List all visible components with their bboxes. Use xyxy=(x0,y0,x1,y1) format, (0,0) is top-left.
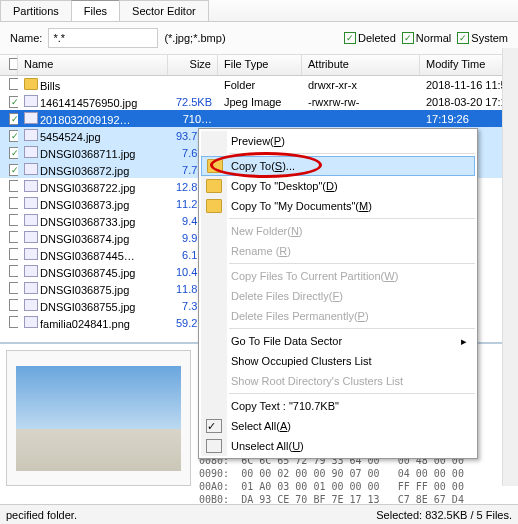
image-icon xyxy=(24,95,38,107)
menu-copy-to[interactable]: Copy To(S)... xyxy=(201,156,475,176)
k: F xyxy=(332,290,339,302)
menu-go-sector[interactable]: Go To File Data Sector▸ xyxy=(201,331,475,351)
t: Copy To( xyxy=(231,160,275,172)
file-name: DNSGI03687445… xyxy=(40,250,135,262)
filter-hint: (*.jpg;*.bmp) xyxy=(164,32,225,44)
table-row[interactable]: ✓2018032009192…710…17:19:26 xyxy=(0,110,518,127)
file-size: 710… xyxy=(168,113,218,125)
t: Show Root Directory's Clusters List xyxy=(231,375,403,387)
normal-checkbox[interactable]: ✓Normal xyxy=(402,32,451,44)
file-attr: drwxr-xr-x xyxy=(302,79,420,91)
menu-unselect-all[interactable]: Unselect All(U) xyxy=(201,436,475,456)
e: ) xyxy=(334,180,338,192)
header-size[interactable]: Size xyxy=(168,55,218,75)
folder-icon xyxy=(206,179,222,193)
file-name: DNSGI0368745.jpg xyxy=(40,267,135,279)
column-headers: Name Size File Type Attribute Modify Tim… xyxy=(0,55,518,76)
menu-preview[interactable]: Preview(P) xyxy=(201,131,475,151)
row-checkbox[interactable] xyxy=(9,299,18,311)
menu-copy-text[interactable]: Copy Text : "710.7KB" xyxy=(201,396,475,416)
k: D xyxy=(326,180,334,192)
file-name: DNSGI036873.jpg xyxy=(40,199,129,211)
row-checkbox[interactable] xyxy=(9,316,18,328)
file-name: 5454524.jpg xyxy=(40,131,101,143)
tab-partitions[interactable]: Partitions xyxy=(0,0,72,21)
menu-delete-permanent: Delete Files Permanently(P) xyxy=(201,306,475,326)
system-checkbox[interactable]: ✓System xyxy=(457,32,508,44)
k: S xyxy=(275,160,282,172)
image-icon xyxy=(24,231,38,243)
checkbox-icon: ✓ xyxy=(206,419,222,433)
table-row[interactable]: BillsFolderdrwxr-xr-x2018-11-16 11:57:58 xyxy=(0,76,518,93)
k: A xyxy=(280,420,287,432)
k: M xyxy=(359,200,368,212)
e: ) xyxy=(287,245,291,257)
tab-files[interactable]: Files xyxy=(71,0,120,21)
row-checkbox[interactable] xyxy=(9,282,18,294)
row-checkbox[interactable] xyxy=(9,180,18,192)
checkbox-icon xyxy=(206,439,222,453)
file-name: DNSGI0368711.jpg xyxy=(40,148,135,160)
row-checkbox[interactable]: ✓ xyxy=(9,113,18,125)
folder-icon xyxy=(207,159,223,173)
preview-pane xyxy=(6,350,191,486)
image-icon xyxy=(24,248,38,260)
t: Show Occupied Clusters List xyxy=(231,355,372,367)
file-attr: -rwxrw-rw- xyxy=(302,96,420,108)
t: Select All( xyxy=(231,420,280,432)
header-type[interactable]: File Type xyxy=(218,55,302,75)
chevron-right-icon: ▸ xyxy=(461,335,467,348)
k: W xyxy=(384,270,394,282)
k: U xyxy=(292,440,300,452)
file-name: DNSGI036874.jpg xyxy=(40,233,129,245)
status-right: Selected: 832.5KB / 5 Files. xyxy=(376,509,512,521)
e: ) xyxy=(365,310,369,322)
scrollbar[interactable] xyxy=(502,48,518,486)
image-icon xyxy=(24,282,38,294)
k: P xyxy=(274,135,281,147)
header-checkbox[interactable] xyxy=(9,58,18,70)
table-row[interactable]: ✓1461414576950.jpg72.5KBJpeg Image-rwxrw… xyxy=(0,93,518,110)
file-type: Folder xyxy=(218,79,302,91)
row-checkbox[interactable]: ✓ xyxy=(9,147,18,159)
menu-copy-documents[interactable]: Copy To "My Documents"(M) xyxy=(201,196,475,216)
image-icon xyxy=(24,146,38,158)
row-checkbox[interactable] xyxy=(9,78,18,90)
k: R xyxy=(279,245,287,257)
normal-label: Normal xyxy=(416,32,451,44)
row-checkbox[interactable] xyxy=(9,231,18,243)
menu-copy-partition: Copy Files To Current Partition(W) xyxy=(201,266,475,286)
header-name[interactable]: Name xyxy=(18,55,168,75)
menu-select-all[interactable]: ✓Select All(A) xyxy=(201,416,475,436)
menu-rename: Rename (R) xyxy=(201,241,475,261)
row-checkbox[interactable] xyxy=(9,265,18,277)
k: N xyxy=(291,225,299,237)
e: ) xyxy=(339,290,343,302)
row-checkbox[interactable] xyxy=(9,248,18,260)
file-name: Bills xyxy=(40,80,60,92)
file-name: DNSGI036875.jpg xyxy=(40,284,129,296)
row-checkbox[interactable]: ✓ xyxy=(9,130,18,142)
file-name: 1461414576950.jpg xyxy=(40,97,137,109)
t: Copy Files To Current Partition( xyxy=(231,270,384,282)
row-checkbox[interactable]: ✓ xyxy=(9,164,18,176)
deleted-label: Deleted xyxy=(358,32,396,44)
image-icon xyxy=(24,214,38,226)
row-checkbox[interactable] xyxy=(9,197,18,209)
row-checkbox[interactable]: ✓ xyxy=(9,96,18,108)
toolbar: Name: (*.jpg;*.bmp) ✓Deleted ✓Normal ✓Sy… xyxy=(0,22,518,55)
menu-copy-desktop[interactable]: Copy To "Desktop"(D) xyxy=(201,176,475,196)
e: ) xyxy=(299,225,303,237)
row-checkbox[interactable] xyxy=(9,214,18,226)
e: ) xyxy=(281,135,285,147)
menu-occupied-clusters[interactable]: Show Occupied Clusters List xyxy=(201,351,475,371)
image-icon xyxy=(24,316,38,328)
name-filter-input[interactable] xyxy=(48,28,158,48)
delete-icon xyxy=(206,289,222,303)
header-attr[interactable]: Attribute xyxy=(302,55,420,75)
file-name: familia024841.png xyxy=(40,318,130,330)
name-label: Name: xyxy=(10,32,42,44)
image-icon xyxy=(24,163,38,175)
deleted-checkbox[interactable]: ✓Deleted xyxy=(344,32,396,44)
tab-sector-editor[interactable]: Sector Editor xyxy=(119,0,209,21)
